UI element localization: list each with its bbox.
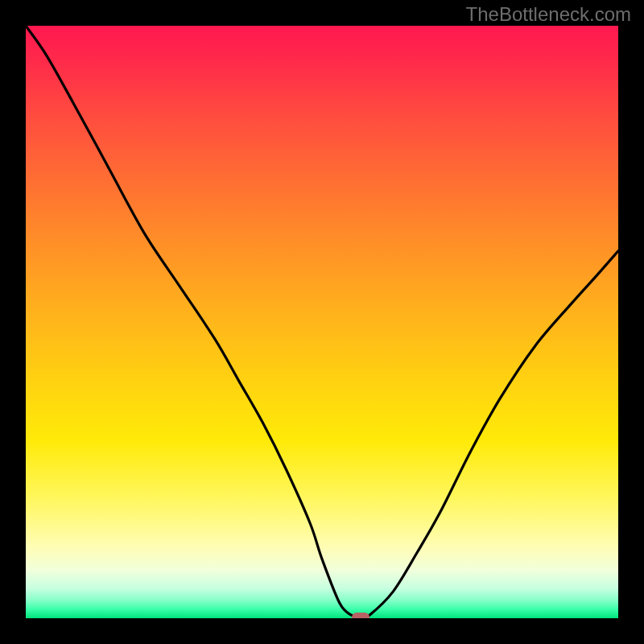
chart-frame: TheBottleneck.com bbox=[0, 0, 644, 644]
min-marker bbox=[352, 613, 369, 618]
curve-svg bbox=[26, 26, 618, 618]
plot-area bbox=[26, 26, 618, 618]
bottleneck-curve bbox=[26, 26, 618, 618]
watermark-text: TheBottleneck.com bbox=[466, 3, 631, 26]
